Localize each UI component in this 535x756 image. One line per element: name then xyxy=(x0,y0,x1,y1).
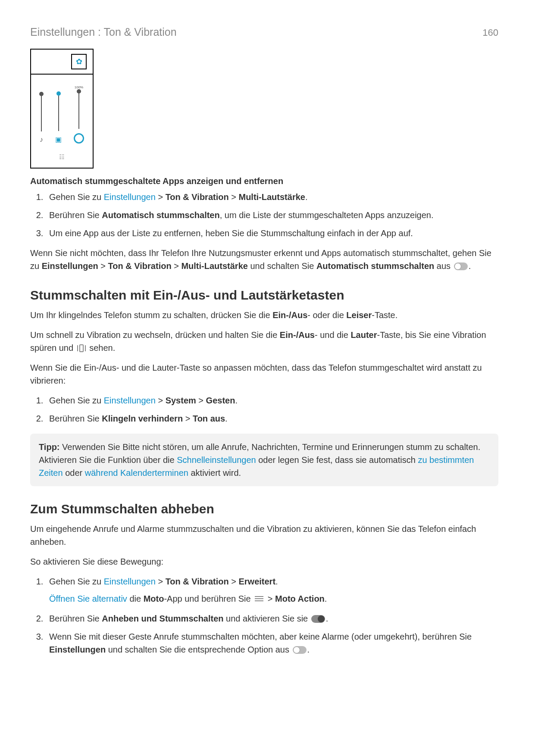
gear-icon: ✿ xyxy=(71,54,87,69)
pickup-mute-heading: Zum Stummschalten abheben xyxy=(30,502,498,516)
quick-settings-link[interactable]: Schnelleinstellungen xyxy=(177,455,256,465)
mute-keys-heading: Stummschalten mit Ein-/Aus- und Lautstär… xyxy=(30,288,498,303)
list-item: Gehen Sie zu Einstellungen > Ton & Vibra… xyxy=(46,575,498,605)
page-number: 160 xyxy=(482,27,498,38)
settings-link[interactable]: Einstellungen xyxy=(104,396,156,405)
pickup-p1: Um eingehende Anrufe und Alarme stummzus… xyxy=(30,522,498,548)
list-item: Berühren Sie Anheben und Stummschalten u… xyxy=(46,612,498,625)
slider-1: ♪ xyxy=(40,93,43,144)
music-note-icon: ♪ xyxy=(40,136,43,144)
vibrate-icon xyxy=(77,344,86,352)
mute-keys-steps: Gehen Sie zu Einstellungen > System > Ge… xyxy=(30,394,498,425)
list-item: Gehen Sie zu Einstellungen > System > Ge… xyxy=(46,394,498,407)
pickup-steps: Gehen Sie zu Einstellungen > Ton & Vibra… xyxy=(30,575,498,656)
tip-box: Tipp: Verwenden Sie Bitte nicht stören, … xyxy=(30,434,498,486)
slider-3: 100% xyxy=(74,85,84,144)
toggle-off-icon xyxy=(454,262,468,270)
list-item: Berühren Sie Automatisch stummschalten, … xyxy=(46,209,498,222)
tune-icon: ☷ xyxy=(31,146,93,168)
volume-panel-figure: ✿ ♪ ▣ 100% ☷ xyxy=(30,49,498,169)
list-item: Gehen Sie zu Einstellungen > Ton & Vibra… xyxy=(46,191,498,203)
cast-icon: ▣ xyxy=(55,135,62,144)
mute-keys-p3: Wenn Sie die Ein-/Aus- und die Lauter-Ta… xyxy=(30,361,498,387)
alternative-open-link[interactable]: Öffnen Sie alternativ xyxy=(49,594,127,603)
auto-mute-heading: Automatisch stummgeschaltete Apps anzeig… xyxy=(30,176,498,186)
pickup-p2: So aktivieren Sie diese Bewegung: xyxy=(30,555,498,568)
list-item: Wenn Sie mit dieser Geste Anrufe stummsc… xyxy=(46,630,498,656)
calendar-events-link[interactable]: während Kalenderterminen xyxy=(85,468,188,478)
slider-2: ▣ xyxy=(55,92,62,144)
mute-keys-p1: Um Ihr klingelndes Telefon stumm zu scha… xyxy=(30,309,498,322)
settings-link[interactable]: Einstellungen xyxy=(104,192,156,202)
auto-mute-steps: Gehen Sie zu Einstellungen > Ton & Vibra… xyxy=(30,191,498,240)
circle-icon xyxy=(74,133,84,144)
mute-keys-p2: Um schnell zu Vibration zu wechseln, drü… xyxy=(30,328,498,354)
settings-link[interactable]: Einstellungen xyxy=(104,577,156,586)
list-item: Um eine App aus der Liste zu entfernen, … xyxy=(46,227,498,240)
auto-mute-paragraph: Wenn Sie nicht möchten, dass Ihr Telefon… xyxy=(30,247,498,272)
toggle-on-icon xyxy=(311,615,325,623)
header: Einstellungen : Ton & Vibration 160 xyxy=(30,26,498,38)
breadcrumb: Einstellungen : Ton & Vibration xyxy=(30,26,177,38)
list-item: Berühren Sie Klingeln verhindern > Ton a… xyxy=(46,412,498,425)
page: Einstellungen : Ton & Vibration 160 ✿ ♪ … xyxy=(0,0,535,689)
pickup-step1-sub: Öffnen Sie alternativ die Moto-App und b… xyxy=(49,592,498,605)
slider-value-label: 100% xyxy=(75,85,83,89)
toggle-off-icon xyxy=(293,646,307,654)
hamburger-menu-icon xyxy=(255,595,263,603)
